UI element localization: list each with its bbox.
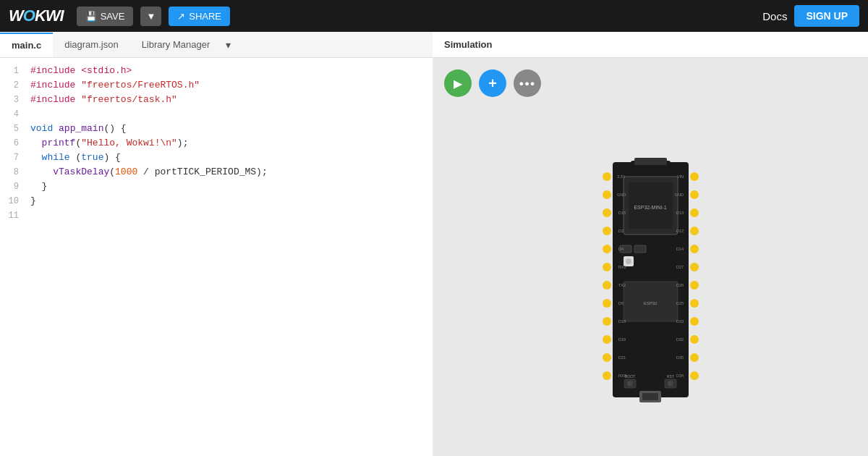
svg-point-9 xyxy=(603,335,611,344)
table-row: 7 while (true) { xyxy=(0,151,433,165)
svg-point-20 xyxy=(690,317,699,326)
table-row: 10 } xyxy=(0,194,433,208)
tab-library-manager[interactable]: Library Manager xyxy=(130,33,222,56)
simulation-canvas: ESP32-MINI-1 ESP32 3.3V GND D15 D2 D4 xyxy=(433,103,868,456)
svg-text:3.3V: 3.3V xyxy=(617,174,626,179)
simulation-panel: Simulation ▶ + ●●● xyxy=(433,32,868,456)
svg-point-4 xyxy=(603,245,611,253)
svg-point-11 xyxy=(603,371,611,380)
svg-point-8 xyxy=(603,317,611,326)
svg-text:D32: D32 xyxy=(676,337,683,342)
code-editor[interactable]: 1 #include <stdio.h> 2 #include "freerto… xyxy=(0,58,433,456)
svg-point-7 xyxy=(603,299,611,308)
tab-diagram-json[interactable]: diagram.json xyxy=(53,33,129,56)
simulation-controls: ▶ + ●●● xyxy=(433,58,868,103)
svg-text:RX2: RX2 xyxy=(618,265,626,269)
table-row: 11 xyxy=(0,208,433,223)
svg-text:D33: D33 xyxy=(676,319,683,324)
svg-text:D4: D4 xyxy=(618,247,624,251)
svg-point-33 xyxy=(626,258,631,264)
svg-text:D14: D14 xyxy=(676,247,683,251)
main-content: main.c diagram.json Library Manager ▾ 1 … xyxy=(0,32,868,456)
svg-point-17 xyxy=(690,263,699,271)
svg-text:D2: D2 xyxy=(618,229,624,233)
svg-text:D27: D27 xyxy=(676,265,683,269)
table-row: 1 #include <stdio.h> xyxy=(0,64,433,78)
editor-panel: main.c diagram.json Library Manager ▾ 1 … xyxy=(0,32,433,456)
table-row: 8 vTaskDelay(1000 / portTICK_PERIOD_MS); xyxy=(0,165,433,180)
svg-rect-31 xyxy=(634,245,646,253)
svg-text:VIN: VIN xyxy=(676,174,683,179)
svg-text:GND: GND xyxy=(674,193,683,197)
svg-text:D12: D12 xyxy=(676,229,683,233)
esp32-board: ESP32-MINI-1 ESP32 3.3V GND D15 D2 D4 xyxy=(598,155,703,405)
svg-text:D25: D25 xyxy=(676,301,683,305)
svg-point-16 xyxy=(690,245,699,253)
svg-point-19 xyxy=(690,299,699,308)
table-row: 2 #include "freertos/FreeRTOS.h" xyxy=(0,78,433,93)
share-button[interactable]: ↗ SHARE xyxy=(169,7,230,26)
svg-point-13 xyxy=(690,190,699,199)
svg-point-15 xyxy=(690,227,699,235)
table-row: 5 void app_main() { xyxy=(0,122,433,136)
more-options-button[interactable]: ●●● xyxy=(514,69,541,97)
svg-text:GND: GND xyxy=(617,193,626,197)
svg-text:ESP32-MINI-1: ESP32-MINI-1 xyxy=(634,205,666,210)
svg-point-23 xyxy=(690,371,699,380)
svg-text:TX2: TX2 xyxy=(618,283,626,287)
table-row: 3 #include "freertos/task.h" xyxy=(0,93,433,107)
svg-text:RST: RST xyxy=(667,374,674,379)
table-row: 9 } xyxy=(0,180,433,194)
svg-text:D13: D13 xyxy=(676,211,683,215)
svg-point-22 xyxy=(690,353,699,362)
simulation-header: Simulation xyxy=(433,32,868,58)
svg-point-65 xyxy=(668,381,673,387)
svg-point-5 xyxy=(603,263,611,271)
svg-point-10 xyxy=(603,353,611,362)
svg-rect-67 xyxy=(642,393,658,400)
add-component-button[interactable]: + xyxy=(479,69,506,97)
add-icon: + xyxy=(488,75,497,92)
table-row: 4 xyxy=(0,107,433,122)
svg-text:D19: D19 xyxy=(618,337,626,342)
svg-point-0 xyxy=(603,172,611,181)
table-row: 6 printf("Hello, Wokwi!\n"); xyxy=(0,136,433,151)
svg-point-3 xyxy=(603,227,611,235)
save-dropdown-button[interactable]: ▼ xyxy=(140,7,161,26)
svg-text:D26: D26 xyxy=(676,283,683,287)
play-button[interactable]: ▶ xyxy=(444,69,472,97)
play-icon: ▶ xyxy=(454,77,462,90)
svg-text:D34: D34 xyxy=(676,373,683,378)
svg-text:BOOT: BOOT xyxy=(624,374,634,379)
svg-text:D35: D35 xyxy=(676,355,683,360)
svg-text:ESP32: ESP32 xyxy=(643,301,657,305)
svg-point-6 xyxy=(603,281,611,290)
svg-point-1 xyxy=(603,190,611,199)
svg-text:D18: D18 xyxy=(618,319,626,324)
docs-link[interactable]: Docs xyxy=(762,10,787,22)
svg-point-21 xyxy=(690,335,699,344)
svg-text:D15: D15 xyxy=(618,211,626,215)
svg-text:D5: D5 xyxy=(618,301,624,305)
signup-button[interactable]: SIGN UP xyxy=(794,5,859,27)
save-button[interactable]: 💾 SAVE xyxy=(77,7,134,26)
share-icon: ↗ xyxy=(177,11,185,22)
save-icon: 💾 xyxy=(85,11,97,22)
svg-point-14 xyxy=(690,208,699,217)
simulation-title: Simulation xyxy=(444,39,492,50)
navbar: WOKWI 💾 SAVE ▼ ↗ SHARE Docs SIGN UP xyxy=(0,0,868,32)
svg-point-12 xyxy=(690,172,699,181)
svg-rect-26 xyxy=(634,158,667,165)
tab-main-c[interactable]: main.c xyxy=(0,33,53,57)
more-icon: ●●● xyxy=(519,79,536,88)
svg-point-18 xyxy=(690,281,699,290)
wokwi-logo: WOKWI xyxy=(9,7,64,25)
tab-bar: main.c diagram.json Library Manager ▾ xyxy=(0,32,433,58)
svg-point-2 xyxy=(603,208,611,217)
svg-text:D21: D21 xyxy=(618,355,626,360)
svg-point-62 xyxy=(627,381,633,387)
tab-more-button[interactable]: ▾ xyxy=(221,33,235,56)
